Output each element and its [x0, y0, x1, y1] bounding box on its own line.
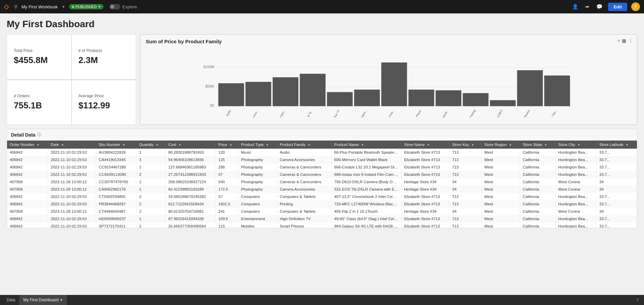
- table-header-cost[interactable]: Cost ▼: [165, 141, 215, 149]
- table-header-store-city[interactable]: Store City ▼: [555, 141, 596, 149]
- table-cell-store-latitude: 33.7...: [597, 222, 637, 228]
- table-row[interactable]: 4068422022-11-10 02:29:53PR3844468297261…: [7, 200, 637, 208]
- table-header-product-family[interactable]: Product Family ▼: [277, 141, 331, 149]
- table-cell-quantity: 1: [136, 215, 166, 222]
- svg-text:Energy Star TV: Energy Star TV: [328, 109, 340, 117]
- kpi-products: # of Products 2.3M: [72, 34, 136, 80]
- detail-header: Detail Data ⓘ: [7, 129, 637, 141]
- table-cell-product-family: Printing: [277, 200, 331, 208]
- table-cell-quantity: 2: [136, 193, 166, 200]
- table-header-store-latitude[interactable]: Store Latitude ▼: [597, 141, 637, 149]
- sort-icon: ▼: [156, 143, 159, 147]
- table-cell-store-key: 713: [449, 193, 482, 200]
- table-cell-cost: 80.61320754716981: [165, 208, 215, 215]
- table-row[interactable]: 4070582023-11-28 13:00:12CC2078747870012…: [7, 178, 637, 186]
- table-header-date[interactable]: Date ▼: [48, 141, 96, 149]
- user-icon[interactable]: 👤: [571, 4, 580, 10]
- workbook-name[interactable]: My First Workbook: [22, 4, 58, 9]
- table-cell-store-name: Elizabeth Store #713: [401, 193, 449, 200]
- table-cell-order-number: 406842: [7, 149, 48, 156]
- table-cell-product-name: 407-13.3" Chromebook 2 Intel Celeron 4GB…: [331, 193, 401, 200]
- svg-text:Audio: Audio: [225, 109, 232, 117]
- table-cell-product-name: 66-Plus Portable Bluetooth Speaker Pink: [331, 149, 401, 156]
- table-cell-cost: 54.96406109613656: [165, 156, 215, 163]
- explore-toggle[interactable]: [110, 4, 120, 9]
- table-header-order-number[interactable]: Order Number ▼: [7, 141, 48, 149]
- filter-icon[interactable]: ▿: [617, 38, 620, 43]
- table-header-store-name[interactable]: Store Name ▼: [401, 141, 449, 149]
- chart-title: Sum of Price by Product Family: [146, 39, 632, 44]
- table-cell-store-city: Huntington Bea...: [555, 163, 596, 171]
- table-cell-store-city: Huntington Bea...: [555, 156, 596, 163]
- table-cell-sku-number: CC9439113090: [96, 171, 136, 178]
- table-cell-sku-number: AU3804222826: [96, 149, 136, 156]
- table-cell-store-state: California: [520, 193, 555, 200]
- svg-rect-12: [300, 74, 326, 106]
- table-row[interactable]: 4068422022-11-10 02:29:53SP7372170411125…: [7, 222, 637, 228]
- table-header-store-region[interactable]: Store Region ▼: [481, 141, 520, 149]
- table-header-sku-number[interactable]: Sku Number ▼: [96, 141, 136, 149]
- workbook-chevron-icon: ▼: [62, 5, 65, 9]
- table-row[interactable]: 4068422022-11-10 02:29:53CC9439113090227…: [7, 171, 637, 178]
- chart-toolbar: ▿ ▦ ⋮: [617, 38, 633, 43]
- table-cell-store-key: 713: [449, 149, 482, 156]
- table-header-product-name[interactable]: Product Name ▼: [331, 141, 401, 149]
- svg-text:Computers & Ta...: Computers & Ta...: [299, 109, 313, 117]
- table-cell-store-state: California: [520, 171, 555, 178]
- table-cell-cost: 27.257412398921833: [165, 171, 215, 178]
- table-header-store-state[interactable]: Store State ▼: [520, 141, 555, 149]
- info-icon: ⓘ: [37, 132, 41, 138]
- svg-rect-16: [354, 90, 380, 106]
- table-cell-store-region: West: [481, 215, 520, 222]
- table-header-product-type[interactable]: Product Type ▼: [238, 141, 277, 149]
- bottom-tab-data[interactable]: Data: [3, 295, 19, 305]
- table-cell-sku-number: CC20787478700: [96, 178, 136, 186]
- table-row[interactable]: 4068422022-11-10 02:29:53CT5400764855219…: [7, 193, 637, 200]
- table-cell-date: 2023-11-28 13:00:12: [48, 178, 96, 186]
- svg-rect-6: [218, 83, 244, 106]
- svg-rect-24: [463, 93, 489, 106]
- search-icon[interactable]: ⚲: [14, 4, 17, 9]
- table-cell-product-name: 795-D610 DSLR Camera (Body Only) Black: [331, 178, 401, 186]
- table-cell-store-name: Elizabeth Store #713: [401, 156, 449, 163]
- table-cell-quantity: 1: [136, 222, 166, 228]
- table-row[interactable]: 4068422022-11-10 02:29:53CC9154467280113…: [7, 163, 637, 171]
- edit-button[interactable]: Edit: [608, 3, 627, 11]
- table-cell-store-latitude: 34: [597, 208, 637, 215]
- table-cell-product-family: Computers & Tablets: [277, 193, 331, 200]
- table-cell-store-city: Huntington Bea...: [555, 193, 596, 200]
- table-cell-store-region: West: [481, 171, 520, 178]
- bottom-bar: Data My First Dashboard ▼ ?: [0, 295, 644, 305]
- table-header-price[interactable]: Price ▼: [215, 141, 238, 149]
- table-header-store-key[interactable]: Store Key ▼: [449, 141, 482, 149]
- grid-icon[interactable]: ▦: [622, 38, 626, 43]
- bottom-tab-data-label: Data: [7, 298, 15, 302]
- table-row[interactable]: 4070582023-11-28 13:00:12CT4494043487280…: [7, 208, 637, 215]
- comment-icon[interactable]: 💬: [595, 4, 604, 10]
- table-cell-store-name: Heritage Store #34: [401, 208, 449, 215]
- table-header-quantity[interactable]: Quantity ▼: [136, 141, 166, 149]
- table-cell-store-name: Elizabeth Store #713: [401, 163, 449, 171]
- svg-rect-20: [409, 90, 434, 106]
- table-row[interactable]: 4068422022-11-10 02:29:53HD5058069237187…: [7, 215, 637, 222]
- table-cell-store-latitude: 33.7...: [597, 163, 637, 171]
- table-cell-order-number: 407058: [7, 178, 48, 186]
- help-icon[interactable]: ?: [634, 298, 641, 303]
- table-cell-cost: 25.660377358490564: [165, 222, 215, 228]
- table-cell-sku-number: CT5400764855: [96, 193, 136, 200]
- table-cell-store-state: California: [520, 200, 555, 208]
- more-icon[interactable]: ⋮: [628, 38, 633, 43]
- table-cell-cost: 19.080188679245282: [165, 193, 215, 200]
- share-icon[interactable]: ➦: [584, 4, 591, 10]
- table-cell-product-type: Music: [238, 149, 277, 156]
- published-badge[interactable]: PUBLISHED ▼: [69, 4, 103, 9]
- table-cell-product-family: Camera Accessories: [277, 186, 331, 193]
- table-row[interactable]: 4068422022-11-10 02:29:53AU3804222826180…: [7, 149, 637, 156]
- table-cell-price: 1831.5: [215, 200, 238, 208]
- table-row[interactable]: 4070582023-11-28 13:00:12CA9062982178182…: [7, 186, 637, 193]
- table-cell-order-number: 406842: [7, 200, 48, 208]
- svg-text:$50M: $50M: [205, 84, 214, 88]
- bottom-tab-dashboard[interactable]: My First Dashboard ▼: [19, 295, 67, 305]
- table-cell-store-key: 34: [449, 178, 482, 186]
- table-row[interactable]: 4068422022-11-10 02:29:53CA4419013345354…: [7, 156, 637, 163]
